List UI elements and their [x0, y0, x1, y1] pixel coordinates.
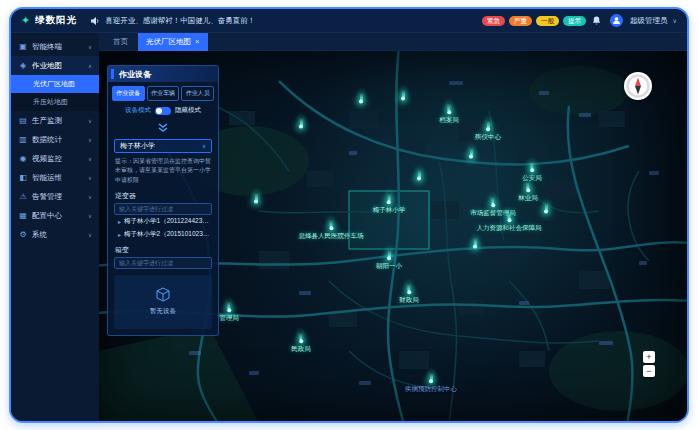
map-canvas[interactable]: 档案局殡仪中心公安局林业局市场监督管理局人力资源和社会保障局梅子林小学息烽县人民… — [99, 51, 687, 421]
tab-pv-map[interactable]: 光伏厂区地图 × — [138, 33, 208, 51]
marker-dot-icon — [417, 176, 421, 180]
sidebar-item-智能终端[interactable]: ▣智能终端∨ — [11, 37, 99, 56]
chevron-down-icon: ∨ — [88, 175, 92, 181]
sidebar-item-label: 智能运维 — [32, 173, 84, 183]
chevron-right-icon: ▸ — [118, 231, 121, 238]
chevron-down-icon: ∨ — [88, 44, 92, 50]
sidebar-item-系统[interactable]: ⚙系统∨ — [11, 225, 99, 244]
avatar[interactable] — [610, 14, 623, 27]
poi-label-stub — [539, 91, 549, 95]
zoom-in-button[interactable]: + — [643, 351, 655, 363]
sidebar-subitem-升压站地图[interactable]: 升压站地图 — [11, 93, 99, 111]
panel-title: 作业设备 — [119, 69, 151, 80]
tree-item-label: 梅子林小学1（20112244230130114） — [124, 217, 212, 226]
map-marker[interactable] — [544, 201, 548, 213]
sidebar-item-label: 生产监测 — [32, 116, 84, 126]
marker-label: 人力资源和社会保障局 — [477, 224, 542, 233]
map-marker-梅子林小学[interactable]: 梅子林小学 — [373, 192, 406, 215]
marker-dot-icon — [299, 124, 303, 128]
box-icon — [155, 287, 171, 303]
tab-home[interactable]: 首页 — [105, 33, 136, 51]
filter-input-逆变器[interactable] — [114, 203, 212, 215]
alert-icon: ⚠ — [18, 192, 28, 201]
panel-tab-作业车辆[interactable]: 作业车辆 — [147, 86, 180, 101]
panel-accent-bar — [111, 69, 114, 79]
sidebar-item-label: 系统 — [32, 230, 84, 240]
user-name[interactable]: 超级管理员 — [630, 16, 668, 26]
marker-label: 档案局 — [439, 116, 459, 125]
sidebar-subitem-光伏厂区地图[interactable]: 光伏厂区地图 — [11, 75, 99, 93]
tree-item[interactable]: ▸梅子林小学2（20151010231729050） — [108, 228, 218, 241]
station-select[interactable]: 梅子林小学 ∨ — [114, 139, 212, 153]
sidebar-item-作业地图[interactable]: ◈作业地图∧ — [11, 56, 99, 75]
compass-control[interactable] — [623, 71, 653, 105]
sidebar-item-label: 智能终端 — [32, 42, 84, 52]
map-marker-息烽县人民医院停车场[interactable]: 息烽县人民医院停车场 — [299, 218, 364, 241]
map-marker-朝阳一小[interactable]: 朝阳一小 — [376, 248, 402, 271]
alarm-badge-提示[interactable]: 提示 — [563, 16, 586, 26]
map-icon: ◈ — [18, 61, 28, 70]
config-icon: ▦ — [18, 211, 28, 220]
marker-label: 朝阳一小 — [376, 262, 402, 271]
alarm-badge-严重[interactable]: 严重 — [509, 16, 532, 26]
map-marker[interactable] — [469, 146, 473, 158]
hide-mode-label: 隐藏模式 — [175, 106, 201, 115]
zoom-out-button[interactable]: − — [643, 365, 655, 377]
map-marker[interactable] — [254, 191, 258, 203]
chevron-double-down-icon[interactable] — [108, 118, 218, 139]
map-marker-疾病预防控制中心[interactable]: 疾病预防控制中心 — [405, 371, 457, 394]
map-marker[interactable] — [417, 168, 421, 180]
tab-label: 首页 — [113, 33, 128, 51]
map-marker-殡仪中心[interactable]: 殡仪中心 — [475, 119, 501, 142]
chevron-down-icon: ∨ — [88, 156, 92, 162]
marker-dot-icon — [329, 226, 333, 230]
monitor-icon: ▤ — [18, 116, 28, 125]
marker-dot-icon — [387, 200, 391, 204]
sidebar-item-数据统计[interactable]: ▥数据统计∨ — [11, 130, 99, 149]
section-label-箱变: 箱变 — [115, 245, 211, 255]
chevron-down-icon: ∨ — [88, 213, 92, 219]
map-marker[interactable] — [473, 236, 477, 248]
alarm-badge-一般[interactable]: 一般 — [536, 16, 559, 26]
marker-dot-icon — [227, 308, 231, 312]
marker-dot-icon — [530, 168, 534, 172]
chevron-down-icon[interactable]: ∨ — [673, 17, 677, 24]
map-marker-财政局[interactable]: 财政局 — [399, 282, 419, 305]
sidebar-item-告警管理[interactable]: ⚠告警管理∨ — [11, 187, 99, 206]
map-marker[interactable] — [299, 116, 303, 128]
map-marker-档案局[interactable]: 档案局 — [439, 102, 459, 125]
chevron-right-icon: ▸ — [118, 218, 121, 225]
sidebar-item-生产监测[interactable]: ▤生产监测∨ — [11, 111, 99, 130]
poi-label-stub — [189, 351, 201, 355]
poi-label-stub — [599, 341, 613, 345]
chevron-up-icon: ∧ — [88, 63, 92, 69]
sidebar-item-智能运维[interactable]: ◧智能运维∨ — [11, 168, 99, 187]
tree-item[interactable]: ▸梅子林小学1（20112244230130114） — [108, 215, 218, 228]
chevron-down-icon: ∨ — [88, 232, 92, 238]
sidebar-item-配置中心[interactable]: ▦配置中心∨ — [11, 206, 99, 225]
map-marker-人力资源和社会保障局[interactable]: 人力资源和社会保障局 — [477, 210, 542, 233]
bell-icon[interactable] — [591, 15, 602, 26]
sidebar-item-视频监控[interactable]: ◉视频监控∨ — [11, 149, 99, 168]
alarm-badges: 紧急严重一般提示 — [482, 16, 586, 26]
marker-dot-icon — [491, 203, 495, 207]
marker-dot-icon — [526, 188, 530, 192]
marker-dot-icon — [469, 154, 473, 158]
panel-tab-作业人员[interactable]: 作业人员 — [181, 86, 214, 101]
alarm-badge-紧急[interactable]: 紧急 — [482, 16, 505, 26]
mode-toggle[interactable] — [155, 107, 171, 115]
section-label-逆变器: 逆变器 — [115, 191, 211, 201]
map-marker-林业局[interactable]: 林业局 — [518, 180, 538, 203]
poi-label-stub — [299, 291, 311, 295]
map-marker[interactable] — [359, 91, 363, 103]
map-marker-民政局[interactable]: 民政局 — [291, 331, 311, 354]
map-marker-管理局[interactable]: 管理局 — [219, 300, 239, 323]
map-marker[interactable] — [401, 88, 405, 100]
panel-tab-作业设备[interactable]: 作业设备 — [112, 86, 145, 101]
work-device-panel: 作业设备 作业设备作业车辆作业人员 设备模式 隐藏模式 — [107, 65, 219, 336]
compass-icon — [623, 71, 653, 101]
poi-label-stub — [359, 381, 371, 385]
close-icon[interactable]: × — [195, 38, 200, 46]
filter-input-箱变[interactable] — [114, 257, 212, 269]
marker-dot-icon — [387, 256, 391, 260]
